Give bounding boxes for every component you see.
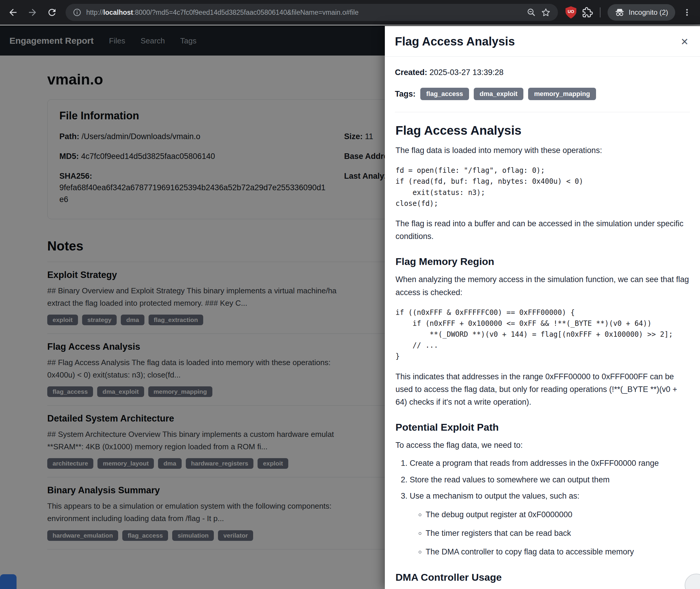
body-h1: Flag Access Analysis [396,124,689,138]
extensions-puzzle-icon[interactable] [581,6,593,18]
back-arrow-icon [8,7,18,18]
bookmark-star-icon[interactable] [541,7,551,17]
ublock-extension-icon[interactable]: UO [565,6,577,19]
exploit-steps-list: Create a program that reads from address… [398,457,689,558]
close-button[interactable]: × [681,35,688,48]
panel-tags-row: Tags: flag_access dma_exploit memory_map… [395,88,690,100]
body-h2-flag-memory-region: Flag Memory Region [396,256,689,267]
body-paragraph: To access the flag data, we need to: [396,439,689,452]
code-block-flag-open: fd = open(file: "/flag", oflag: 0); if (… [396,165,689,209]
site-info-icon[interactable] [73,8,81,17]
list-item: The DMA controller to copy flag data to … [426,546,689,558]
panel-title: Flag Access Analysis [395,35,515,48]
kebab-menu-icon [683,8,691,17]
panel-header: Flag Access Analysis × [385,26,700,57]
created-value: 2025-03-27 13:39:28 [430,68,504,77]
note-markdown-body: Flag Access Analysis The flag data is lo… [395,112,690,589]
reload-button[interactable] [44,5,60,20]
output-mechanisms-list: The debug output register at 0xF0000000 … [410,508,689,559]
browser-toolbar: http://localhost:8000/?md5=4c7fc0f9eed14… [0,0,700,25]
zoom-icon[interactable] [527,8,536,17]
created-row: Created: 2025-03-27 13:39:28 [395,68,690,77]
incognito-badge: Incognito (2) [608,4,675,21]
back-button[interactable] [5,5,21,20]
panel-meta: Created: 2025-03-27 13:39:28 Tags: flag_… [395,57,690,112]
forward-arrow-icon [27,7,38,18]
body-h2-dma-controller-usage: DMA Controller Usage [396,572,689,583]
web-page: Engagement Report Files Search Tags vmai… [0,26,700,589]
tag-badge[interactable]: memory_mapping [528,88,596,100]
list-item: The debug output register at 0xF0000000 [426,508,689,521]
toolbar-separator [600,7,601,17]
list-item: Store the read values to somewhere we ca… [410,473,689,486]
body-paragraph: The flag data is loaded into memory with… [396,144,689,157]
url-text: http://localhost:8000/?md5=4c7fc0f9eed14… [86,9,359,17]
body-paragraph: This indicates that addresses in the ran… [396,370,689,409]
body-paragraph: When analyzing the memory access in the … [396,273,689,299]
browser-menu-button[interactable] [679,5,695,20]
svg-text:UO: UO [568,9,574,14]
incognito-icon [615,7,625,17]
body-h2-potential-exploit-path: Potential Exploit Path [396,421,689,433]
forward-button[interactable] [25,5,40,20]
note-detail-panel: Flag Access Analysis × Created: 2025-03-… [385,26,700,589]
tags-label: Tags: [395,89,416,99]
body-paragraph: The flag is read into a buffer and can b… [396,217,689,243]
list-item: The timer registers that can be read bac… [426,527,689,540]
tag-badge[interactable]: flag_access [420,88,469,100]
reload-icon [47,7,57,18]
code-block-memory-check: if ((n0xFFF & 0xFFFFFC00) == 0xFFF00000)… [396,307,689,362]
tag-badge[interactable]: dma_exploit [474,88,523,100]
incognito-label: Incognito (2) [629,8,668,17]
list-item: Create a program that reads from address… [410,457,689,470]
list-item: Use a mechanism to output the values, su… [410,490,689,559]
url-bar[interactable]: http://localhost:8000/?md5=4c7fc0f9eed14… [65,4,558,21]
